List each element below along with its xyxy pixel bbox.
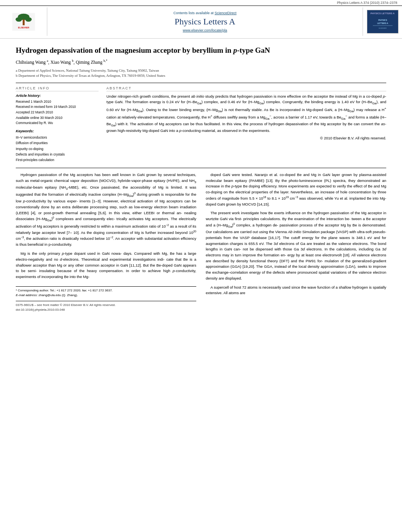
article-info-heading: ARTICLE INFO [16, 86, 99, 91]
journal-center: Contents lists available at ScienceDirec… [47, 7, 363, 36]
footer-doi: doi:10.1016/j.physleta.2010.03.048 [16, 308, 196, 312]
article-info-col: ARTICLE INFO Article history: Received 1… [16, 86, 99, 163]
affiliation-a: a Department of Applied Sciences, Nation… [16, 68, 386, 74]
abstract-text: Under nitrogen-rich growth conditions, t… [106, 94, 386, 141]
journal-cover-area: PHYSICS LETTERS A PHYSICS LETTERS A ELSE… [363, 7, 402, 36]
contents-link: Contents lists available at ScienceDirec… [173, 11, 236, 15]
body-right-para-1: doped GaN were tested. Naranjo et al. co… [206, 172, 386, 207]
footnote-email: E-mail address: zhang@uta.edu (Q. Zhang)… [16, 293, 196, 298]
body-para-1: Hydrogen passivation of the Mg acceptors… [16, 172, 196, 248]
citation-text: Physics Letters A 374 (2010) 2374–2378 [337, 1, 397, 5]
elsevier-logo-area: ELSEVIER [0, 7, 47, 36]
keyword-2: Diffusion of impurities [16, 140, 99, 146]
info-abstract-section: ARTICLE INFO Article history: Received 1… [16, 86, 386, 163]
footer-bar: 0375-9601/$ – see front matter © 2010 El… [16, 301, 196, 313]
svg-text:ELSEVIER: ELSEVIER [379, 27, 387, 29]
svg-point-4 [25, 17, 32, 21]
revised-date: Received in revised form 19 March 2010 [16, 104, 99, 110]
abstract-col: ABSTRACT Under nitrogen-rich growth cond… [106, 86, 386, 163]
body-right-para-2: The present work investigate how Be exer… [206, 210, 386, 281]
body-right-col: doped GaN were tested. Naranjo et al. co… [206, 172, 386, 313]
page: Physics Letters A 374 (2010) 2374–2378 E… [0, 0, 402, 532]
svg-text:ELSEVIER: ELSEVIER [18, 26, 29, 29]
footnote-area: * Corresponding author. Tel.: +1 817 272… [16, 286, 196, 298]
body-right-para-3: A supercell of host 72 atoms is necessar… [206, 285, 386, 296]
history-label: Article history: [16, 94, 99, 98]
svg-text:LETTERS A: LETTERS A [377, 22, 388, 24]
abstract-heading: ABSTRACT [106, 86, 386, 91]
journal-cover-image: PHYSICS LETTERS A PHYSICS LETTERS A ELSE… [367, 10, 398, 33]
svg-rect-2 [22, 19, 24, 25]
affiliations: a Department of Applied Sciences, Nation… [16, 68, 386, 79]
accepted-date: Accepted 22 March 2010 [16, 110, 99, 115]
journal-name: Physics Letters A [175, 17, 235, 27]
communicated-by: Communicated by R. Wu [16, 120, 99, 126]
svg-text:PHYSICS: PHYSICS [378, 19, 387, 21]
sciencedirect-link[interactable]: ScienceDirect [215, 11, 237, 15]
keyword-4: Defects and impurities in crystals [16, 152, 99, 157]
body-section: Hydrogen passivation of the Mg acceptors… [16, 172, 386, 313]
affiliation-b: b Department of Physics, The University … [16, 73, 386, 79]
footer-rights: 0375-9601/$ – see front matter © 2010 El… [16, 303, 196, 308]
body-separator [16, 168, 386, 168]
keyword-1: III–V semiconductors [16, 135, 99, 140]
copyright-text: © 2010 Elsevier B.V. All rights reserved… [106, 135, 386, 141]
citation-line: Physics Letters A 374 (2010) 2374–2378 [0, 0, 402, 6]
main-content: Hydrogen depassivation of the magnesium … [0, 46, 402, 312]
body-left-col: Hydrogen passivation of the Mg acceptors… [16, 172, 196, 313]
cover-graphic-icon: PHYSICS LETTERS A ELSEVIER [369, 15, 396, 31]
separator-1 [16, 83, 386, 83]
journal-url[interactable]: www.elsevier.com/locate/pla [183, 28, 227, 32]
body-para-2: Mg is the only primary p-type dopant use… [16, 251, 196, 280]
footnote-star: * Corresponding author. Tel.: +1 817 272… [16, 288, 196, 293]
available-date: Available online 30 March 2010 [16, 115, 99, 121]
journal-header: ELSEVIER Contents lists available at Sci… [0, 7, 402, 39]
article-title: Hydrogen depassivation of the magnesium … [16, 46, 386, 56]
received-date: Received 1 March 2010 [16, 99, 99, 105]
svg-point-3 [15, 17, 22, 21]
keyword-3: Impurity co-doping [16, 146, 99, 152]
keyword-5: First-principles calculation [16, 157, 99, 163]
elsevier-tree-icon: ELSEVIER [12, 13, 35, 31]
authors-line: Chihsiang Wang a, Xiao Wang b, Qiming Zh… [16, 59, 386, 66]
keywords-label: Keywords: [16, 129, 99, 133]
